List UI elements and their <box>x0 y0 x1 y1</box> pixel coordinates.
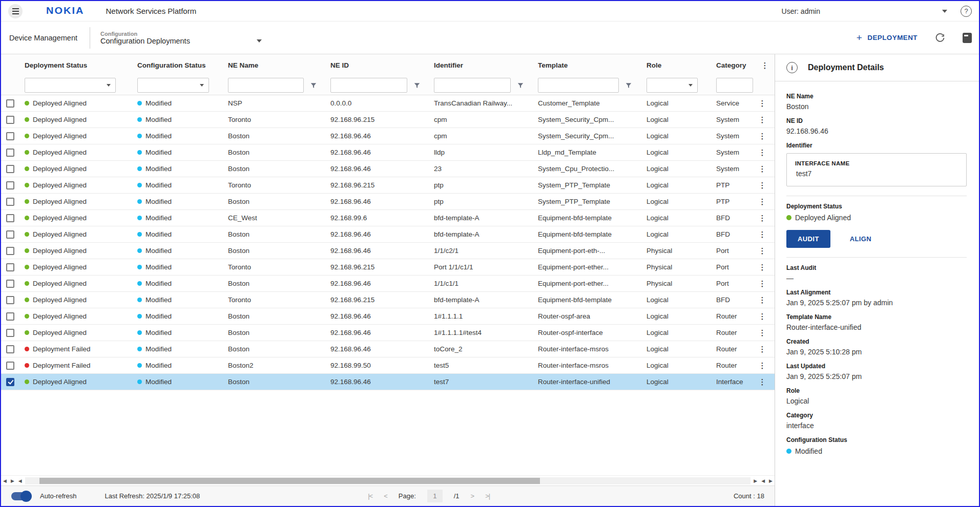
table-settings-button[interactable] <box>963 33 972 43</box>
align-button[interactable]: ALIGN <box>850 235 871 243</box>
scroll-left-icon[interactable]: ◀ <box>16 476 24 486</box>
horizontal-scrollbar[interactable]: ◀ ▶ ◀ ▶ ◀ ▶ <box>1 475 775 485</box>
table-row[interactable]: Deployed Aligned Modified Boston 92.168.… <box>1 128 775 144</box>
scroll-right-icon[interactable]: ▶ <box>9 476 16 486</box>
table-row[interactable]: Deployed Aligned Modified NSP 0.0.0.0 Tr… <box>1 95 775 112</box>
row-checkbox[interactable] <box>6 149 14 157</box>
table-row[interactable]: Deployed Aligned Modified Boston 92.168.… <box>1 226 775 243</box>
table-row[interactable]: Deployed Aligned Modified Boston 92.168.… <box>1 374 775 390</box>
table-row[interactable]: Deployed Aligned Modified Toronto 92.168… <box>1 292 775 308</box>
row-checkbox[interactable] <box>6 165 14 173</box>
row-checkbox[interactable] <box>6 230 14 239</box>
refresh-button[interactable] <box>935 33 945 43</box>
filter-funnel-icon[interactable] <box>413 82 421 89</box>
row-checkbox[interactable] <box>6 296 14 304</box>
row-menu-kebab-icon[interactable]: ⋮ <box>759 312 766 320</box>
row-menu-kebab-icon[interactable]: ⋮ <box>759 116 766 123</box>
table-row[interactable]: Deployed Aligned Modified Toronto 92.168… <box>1 112 775 128</box>
table-row[interactable]: Deployed Aligned Modified Boston 92.168.… <box>1 276 775 292</box>
row-menu-kebab-icon[interactable]: ⋮ <box>759 378 766 386</box>
row-menu-kebab-icon[interactable]: ⋮ <box>759 329 766 336</box>
row-menu-kebab-icon[interactable]: ⋮ <box>759 198 766 205</box>
audit-button[interactable]: AUDIT <box>786 230 830 248</box>
row-checkbox[interactable] <box>6 116 14 124</box>
row-checkbox[interactable] <box>6 132 14 140</box>
ne-name-filter-input[interactable] <box>228 78 304 93</box>
last-page-button[interactable]: >| <box>485 492 490 500</box>
row-menu-kebab-icon[interactable]: ⋮ <box>759 99 766 107</box>
row-checkbox[interactable] <box>6 345 14 353</box>
col-header-role[interactable]: Role <box>647 61 716 69</box>
col-header-deployment-status[interactable]: Deployment Status <box>25 61 137 69</box>
scroll-left-icon[interactable]: ◀ <box>1 476 9 486</box>
row-checkbox[interactable] <box>6 280 14 288</box>
scroll-right-icon[interactable]: ▶ <box>752 476 759 486</box>
table-row[interactable]: Deployed Aligned Modified Boston 92.168.… <box>1 308 775 325</box>
table-row[interactable]: Deployment Failed Modified Boston2 92.16… <box>1 357 775 374</box>
row-menu-kebab-icon[interactable]: ⋮ <box>759 345 766 353</box>
configuration-status-filter[interactable] <box>137 78 209 93</box>
row-menu-kebab-icon[interactable]: ⋮ <box>759 181 766 189</box>
category-filter-input[interactable] <box>716 78 753 93</box>
identifier-filter-input[interactable] <box>434 78 511 93</box>
first-page-button[interactable]: |< <box>368 492 372 500</box>
section-title[interactable]: Device Management <box>8 34 90 42</box>
row-checkbox[interactable] <box>6 263 14 271</box>
scroll-right-icon[interactable]: ▶ <box>767 476 775 486</box>
row-checkbox[interactable] <box>6 362 14 370</box>
user-menu[interactable]: User: admin <box>782 7 947 15</box>
auto-refresh-toggle[interactable] <box>11 492 31 500</box>
filter-funnel-icon[interactable] <box>625 82 632 89</box>
row-menu-kebab-icon[interactable]: ⋮ <box>759 280 766 287</box>
add-deployment-button[interactable]: + DEPLOYMENT <box>857 33 918 43</box>
table-row[interactable]: Deployed Aligned Modified Boston 92.168.… <box>1 144 775 161</box>
row-checkbox[interactable] <box>6 99 14 108</box>
col-header-configuration-status[interactable]: Configuration Status <box>137 61 228 69</box>
table-row[interactable]: Deployed Aligned Modified Boston 92.168.… <box>1 243 775 259</box>
table-row[interactable]: Deployed Aligned Modified Boston 92.168.… <box>1 325 775 341</box>
row-checkbox[interactable] <box>6 378 14 386</box>
scroll-left-icon[interactable]: ◀ <box>759 476 767 486</box>
page-input[interactable] <box>427 490 443 502</box>
scrollbar-thumb[interactable] <box>39 478 540 484</box>
table-row[interactable]: Deployment Failed Modified Boston 92.168… <box>1 341 775 357</box>
col-header-identifier[interactable]: Identifier <box>434 61 538 69</box>
table-row[interactable]: Deployed Aligned Modified CE_West 92.168… <box>1 210 775 226</box>
row-checkbox[interactable] <box>6 198 14 206</box>
col-header-category[interactable]: Category <box>716 61 755 69</box>
template-filter-input[interactable] <box>538 78 619 93</box>
filter-funnel-icon[interactable] <box>517 82 524 89</box>
hamburger-menu-icon[interactable] <box>8 4 23 18</box>
col-header-template[interactable]: Template <box>538 61 647 69</box>
help-icon[interactable]: ? <box>961 6 972 17</box>
row-menu-kebab-icon[interactable]: ⋮ <box>759 362 766 369</box>
col-header-ne-id[interactable]: NE ID <box>330 61 434 69</box>
row-menu-kebab-icon[interactable]: ⋮ <box>759 247 766 255</box>
filter-funnel-icon[interactable] <box>310 82 317 89</box>
row-menu-kebab-icon[interactable]: ⋮ <box>759 214 766 222</box>
row-checkbox[interactable] <box>6 214 14 222</box>
row-menu-kebab-icon[interactable]: ⋮ <box>759 263 766 271</box>
table-row[interactable]: Deployed Aligned Modified Toronto 92.168… <box>1 259 775 276</box>
scrollbar-track[interactable] <box>25 477 750 484</box>
table-row[interactable]: Deployed Aligned Modified Toronto 92.168… <box>1 177 775 194</box>
prev-page-button[interactable]: < <box>384 492 387 500</box>
row-checkbox[interactable] <box>6 181 14 189</box>
deployment-status-filter[interactable] <box>25 78 116 93</box>
col-header-ne-name[interactable]: NE Name <box>228 61 330 69</box>
row-menu-kebab-icon[interactable]: ⋮ <box>759 165 766 173</box>
row-menu-kebab-icon[interactable]: ⋮ <box>759 296 766 304</box>
next-page-button[interactable]: > <box>471 492 474 500</box>
role-filter[interactable] <box>647 78 698 93</box>
row-menu-kebab-icon[interactable]: ⋮ <box>759 230 766 238</box>
row-checkbox[interactable] <box>6 329 14 337</box>
row-checkbox[interactable] <box>6 312 14 321</box>
row-menu-kebab-icon[interactable]: ⋮ <box>759 132 766 140</box>
row-menu-kebab-icon[interactable]: ⋮ <box>759 149 766 156</box>
table-row[interactable]: Deployed Aligned Modified Boston 92.168.… <box>1 161 775 177</box>
view-picker[interactable]: Configuration Configuration Deployments <box>100 31 262 45</box>
table-row[interactable]: Deployed Aligned Modified Boston 92.168.… <box>1 194 775 210</box>
ne-id-filter-input[interactable] <box>330 78 407 93</box>
row-checkbox[interactable] <box>6 247 14 255</box>
table-menu-kebab-icon[interactable]: ⋮ <box>761 61 769 69</box>
